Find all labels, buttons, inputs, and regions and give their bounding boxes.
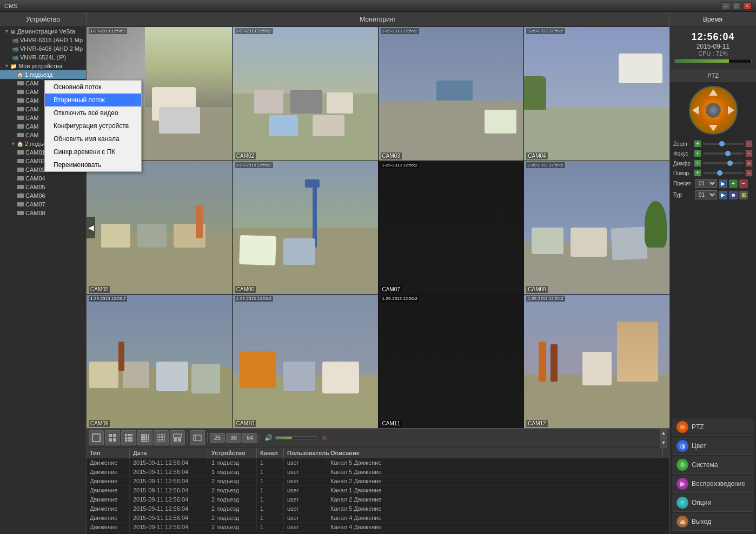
close-button[interactable]: ✕ (743, 2, 752, 10)
device-label-1: VHVR-6316 (AHD 1 Мр (20, 37, 83, 43)
cam10-timestamp-left: 1-29-2313 12:56:2 (235, 296, 273, 302)
event-log-row[interactable]: Движение 2015-09-11 12:56:04 2 подъезд 1… (87, 495, 669, 504)
camera-grid: ◀ 1-29-2313 12:56:2 CAM01 (87, 27, 669, 428)
cam-icon-p2-1 (17, 150, 24, 155)
nav-left-arrow[interactable]: ◀ (87, 217, 95, 238)
exit-side-button[interactable]: ⏏ Выход (672, 513, 754, 531)
podezd2-cam04[interactable]: CAM04 (0, 174, 86, 183)
scroll-up-button[interactable]: ▲ (660, 428, 667, 438)
event-log-row[interactable]: Движение 2015-09-11 12:56:04 2 подъезд 1… (87, 477, 669, 486)
cam2-timestamp-left: 1-29-2313 12:56:2 (235, 28, 273, 34)
device-vhvr6408[interactable]: 📹 VHVR-6408 (AHD 2 Мр (0, 44, 86, 53)
layout-16-button[interactable] (137, 430, 152, 445)
camera-cell-12[interactable]: 1-29-2313 12:56:2 CAM12 (524, 295, 669, 428)
layout-9-button[interactable] (121, 430, 136, 445)
layout-1-button[interactable] (89, 430, 104, 445)
camera-cell-3[interactable]: 1-29-2313 12:56:2 CAM03 (379, 27, 524, 161)
camera-cell-8[interactable]: 1-29-2313 12:56:2 CAM08 (524, 161, 669, 295)
ptz-focus-plus[interactable]: + (694, 150, 701, 157)
demo-group[interactable]: ▼ 🖥 Демонстрация VeSta (0, 27, 86, 36)
podezd2-cam06[interactable]: CAM06 (0, 191, 86, 200)
fullscreen-button[interactable] (190, 430, 205, 445)
ptz-rotate-minus[interactable]: − (745, 169, 753, 177)
context-update-channel[interactable]: Обновить имя канала (45, 132, 141, 145)
ptz-focus-minus[interactable]: − (745, 150, 753, 157)
ptz-zoom-slider[interactable] (703, 143, 744, 145)
tour-select[interactable]: 0102 (695, 190, 717, 199)
event-cell-type: Движение (87, 486, 130, 495)
ptz-rotate-slider[interactable] (703, 172, 744, 174)
podezd1[interactable]: ▼ 🏠 1 подъезд (0, 70, 86, 79)
count-25[interactable]: 25 (210, 433, 225, 443)
my-devices[interactable]: ▼ 📁 Мои устройства (0, 62, 86, 70)
count-36[interactable]: 36 (226, 433, 241, 443)
podezd2-cam07-label: CAM07 (25, 201, 45, 208)
camera-cell-7[interactable]: 1-29-2313 12:56:2 CAM07 (379, 161, 524, 295)
preset-add-button[interactable]: + (729, 179, 738, 188)
context-sync-time[interactable]: Синхр.времени с ПК (45, 145, 141, 158)
device-vhvr6316[interactable]: 📹 VHVR-6316 (AHD 1 Мр (0, 36, 86, 44)
header-device: Устройство (0, 12, 87, 26)
ptz-diaphragm-plus[interactable]: + (694, 159, 701, 167)
event-log-row[interactable]: Движение 2015-09-11 12:56:04 1 подъезд 1… (87, 468, 669, 477)
window-controls: ─ □ ✕ (721, 2, 752, 10)
system-side-button[interactable]: ⚙ Система (672, 456, 754, 474)
event-cell-type: Движение (87, 468, 130, 476)
minimize-button[interactable]: ─ (721, 2, 730, 10)
camera-cell-5[interactable]: 1-29-2313 12:56:2 CAM05 (87, 161, 232, 295)
volume-mute-button[interactable]: ✕ (321, 433, 328, 442)
playback-side-button[interactable]: ▶ Воспроизведение (672, 475, 754, 493)
layout-custom-button[interactable] (170, 430, 185, 445)
camera-cell-4[interactable]: 1-29-2313 12:56:2 CAM04 (524, 27, 669, 161)
event-log-row[interactable]: Движение 2015-09-11 12:56:04 2 подъезд 1… (87, 504, 669, 513)
camera-cell-2[interactable]: 1-29-2313 12:56:2 CAM02 (233, 27, 378, 161)
ptz-rotate-plus[interactable]: + (694, 169, 701, 177)
camera-cell-6[interactable]: 1-29-2313 12:56:2 CAM06 (233, 161, 378, 295)
podezd2-cam08[interactable]: CAM08 (0, 209, 86, 217)
podezd2-cam07[interactable]: CAM07 (0, 200, 86, 209)
device-vnvr6524[interactable]: 📹 VNVR-6524L (IP) (0, 53, 86, 62)
event-log-row[interactable]: Движение 2015-09-11 12:56:04 2 подъезд 1… (87, 523, 669, 532)
preset-play-button[interactable]: ▶ (719, 179, 727, 188)
podezd2-cam05[interactable]: CAM05 (0, 183, 86, 191)
layout-4-button[interactable] (105, 430, 120, 445)
tour-stop-button[interactable]: ■ (729, 191, 738, 199)
tour-play-button[interactable]: ▶ (719, 191, 727, 199)
volume-bar[interactable] (275, 436, 318, 439)
ptz-center-button[interactable] (706, 103, 721, 118)
camera-cell-11[interactable]: 1-29-2313 12:56:2 CAM11 (379, 295, 524, 428)
ptz-zoom-minus[interactable]: − (745, 140, 753, 148)
color-side-button[interactable]: ◑ Цвет (672, 437, 754, 455)
context-rename[interactable]: Переименовать (45, 158, 141, 171)
svg-rect-35 (157, 436, 158, 437)
preset-select[interactable]: 010203 (695, 179, 717, 188)
preset-delete-button[interactable]: − (739, 179, 748, 188)
layout-25-button[interactable] (154, 430, 169, 445)
context-disable-video[interactable]: Отключить всё видео (45, 106, 141, 119)
event-log-row[interactable]: Движение 2015-09-11 12:56:04 2 подъезд 1… (87, 513, 669, 523)
svg-rect-41 (159, 437, 160, 438)
cam8-timestamp-left: 1-29-2313 12:56:2 (526, 162, 565, 168)
ptz-focus-slider[interactable] (703, 152, 744, 155)
camera-cell-10[interactable]: 1-29-2313 12:56:2 CAM10 (233, 295, 378, 428)
ptz-diaphragm-minus[interactable]: − (745, 159, 753, 167)
ptz-joystick[interactable] (689, 86, 738, 135)
context-main-stream[interactable]: Основной поток (45, 81, 141, 94)
event-log-row[interactable]: Движение 2015-09-11 12:56:04 2 подъезд 1… (87, 486, 669, 495)
event-cell-channel: 1 (257, 468, 284, 476)
event-cell-channel: 1 (257, 513, 284, 522)
ptz-right-arrow (728, 106, 734, 115)
scroll-down-button[interactable]: ▼ (660, 438, 667, 448)
context-secondary-stream[interactable]: Вторичный поток (45, 94, 141, 106)
context-config-device[interactable]: Конфигурация устройств (45, 119, 141, 132)
maximize-button[interactable]: □ (732, 2, 741, 10)
event-log-row[interactable]: Движение 2015-09-11 12:56:04 1 подъезд 1… (87, 458, 669, 468)
options-side-button[interactable]: ≡ Опции (672, 494, 754, 512)
tour-grid-button[interactable]: ⊞ (739, 191, 748, 199)
system-side-label: Система (692, 461, 718, 469)
ptz-diaphragm-slider[interactable] (703, 162, 744, 164)
ptz-zoom-plus[interactable]: + (694, 140, 701, 148)
camera-cell-9[interactable]: 1-29-2313 12:56:2 CAM09 (87, 295, 232, 428)
count-64[interactable]: 64 (242, 433, 257, 443)
ptz-side-button[interactable]: ⊕ PTZ (672, 418, 754, 436)
